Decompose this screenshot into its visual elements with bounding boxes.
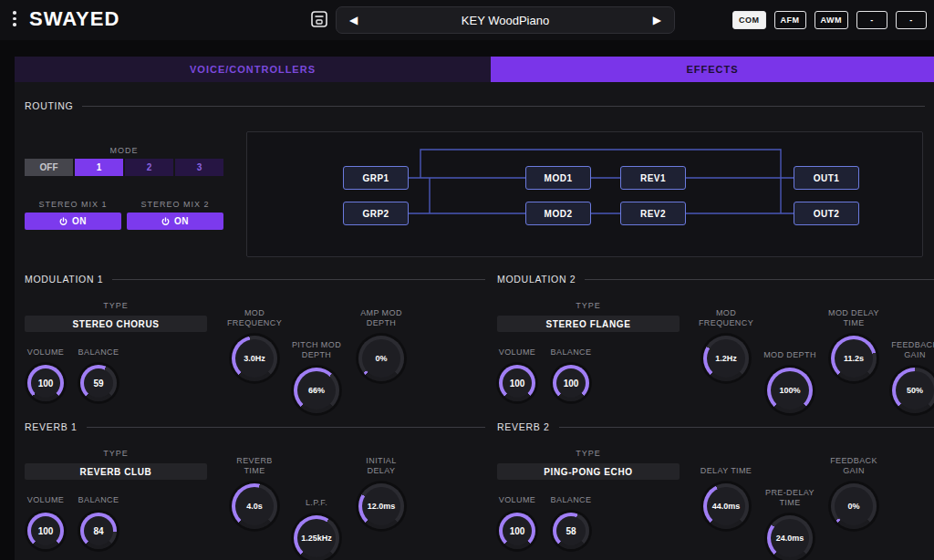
type-unit: TYPE REVERB CLUB bbox=[25, 449, 207, 480]
divider-line bbox=[82, 106, 925, 107]
tab-voice-controllers[interactable]: VOICE/CONTROLLERS bbox=[15, 57, 491, 82]
knob-value: 24.0ms bbox=[771, 519, 809, 557]
plugin-window: SWAYED ◀ KEY WoodPiano ▶ COM AFM AWM - -… bbox=[0, 0, 934, 560]
preset-bank-icon[interactable] bbox=[308, 8, 330, 34]
stereo-mix-2-label: STEREO MIX 2 bbox=[127, 200, 223, 209]
section-header: REVERB 1 bbox=[25, 421, 485, 432]
type-unit: TYPE STEREO CHORUS bbox=[25, 301, 207, 332]
knob-dial[interactable]: 100 bbox=[499, 513, 535, 549]
node-mod2[interactable]: MOD2 bbox=[525, 202, 591, 225]
node-grp1[interactable]: GRP1 bbox=[343, 166, 409, 190]
knob-value: 84 bbox=[84, 516, 113, 545]
menu-kebab-icon[interactable] bbox=[13, 11, 16, 26]
knob-initial-delay: INITIAL DELAY 12.0ms bbox=[343, 453, 420, 529]
section-header: REVERB 2 bbox=[497, 421, 934, 432]
knob-value: 44.0ms bbox=[707, 487, 745, 525]
knob-dial[interactable]: 59 bbox=[80, 365, 117, 401]
section-reverb-1: REVERB 1 TYPE REVERB CLUB VOLUME 100 BAL… bbox=[25, 421, 485, 560]
effect-type-select[interactable]: STEREO CHORUS bbox=[25, 316, 207, 332]
node-rev2[interactable]: REV2 bbox=[620, 202, 686, 225]
type-unit: TYPE PING-PONG ECHO bbox=[497, 449, 680, 480]
routing-section-header: ROUTING bbox=[25, 100, 925, 111]
knob-dial[interactable]: 4.0s bbox=[232, 483, 277, 529]
routing-title: ROUTING bbox=[25, 100, 73, 111]
button-slot-5[interactable]: - bbox=[896, 11, 927, 29]
knob-balance: BALANCE 84 bbox=[60, 482, 137, 549]
effect-type-select[interactable]: PING-PONG ECHO bbox=[497, 463, 680, 480]
mode-3-button[interactable]: 3 bbox=[175, 159, 223, 176]
knob-value: 4.0s bbox=[235, 487, 274, 525]
routing-wires bbox=[247, 132, 924, 258]
node-out2[interactable]: OUT2 bbox=[794, 202, 859, 225]
titlebar: SWAYED ◀ KEY WoodPiano ▶ COM AFM AWM - - bbox=[0, 0, 934, 40]
knob-dial[interactable]: 12.0ms bbox=[358, 483, 404, 529]
tab-effects[interactable]: EFFECTS bbox=[491, 57, 934, 82]
knob-feedback-gain: FEEDBACK GAIN 0% bbox=[815, 453, 892, 529]
effect-type-select[interactable]: REVERB CLUB bbox=[25, 463, 207, 480]
knob-value: 3.0Hz bbox=[235, 339, 274, 378]
knob-dial[interactable]: 66% bbox=[294, 368, 339, 413]
knob-dial[interactable]: 1.2Hz bbox=[703, 336, 749, 381]
knob-value: 58 bbox=[556, 516, 586, 545]
type-label: TYPE bbox=[497, 301, 680, 310]
section-header: MODULATION 1 bbox=[25, 274, 485, 285]
knob-value: 100 bbox=[556, 368, 586, 398]
knob-value: 66% bbox=[297, 371, 336, 410]
knob-dial[interactable]: 1.25kHz bbox=[294, 515, 339, 560]
knob-dial[interactable]: 0% bbox=[831, 483, 877, 529]
knob-dial[interactable]: 100 bbox=[27, 365, 64, 401]
knob-dial[interactable]: 58 bbox=[553, 513, 589, 549]
knob-value: 12.0ms bbox=[362, 487, 400, 525]
knob-value: 0% bbox=[362, 339, 400, 378]
knob-balance: BALANCE 58 bbox=[533, 482, 609, 549]
knob-value: 100 bbox=[503, 368, 532, 398]
knob-dial[interactable]: 100 bbox=[499, 365, 535, 401]
node-out1[interactable]: OUT1 bbox=[794, 166, 859, 190]
knob-value: 0% bbox=[835, 487, 873, 525]
knob-dial[interactable]: 24.0ms bbox=[767, 515, 813, 560]
mode-2-button[interactable]: 2 bbox=[125, 159, 173, 176]
preset-prev-button[interactable]: ◀ bbox=[348, 15, 359, 26]
node-grp2[interactable]: GRP2 bbox=[343, 202, 409, 225]
tab-bar: VOICE/CONTROLLERS EFFECTS bbox=[15, 57, 934, 82]
preset-selector[interactable]: ◀ KEY WoodPiano ▶ bbox=[336, 6, 675, 34]
preset-next-button[interactable]: ▶ bbox=[651, 15, 663, 26]
section-reverb-2: REVERB 2 TYPE PING-PONG ECHO VOLUME 100 … bbox=[497, 421, 934, 560]
button-slot-4[interactable]: - bbox=[856, 11, 887, 29]
node-rev1[interactable]: REV1 bbox=[620, 166, 686, 190]
knob-dial[interactable]: 0% bbox=[358, 336, 404, 381]
routing-mode-selector: OFF 1 2 3 bbox=[25, 159, 223, 176]
stereo-mix-2-toggle[interactable]: ON bbox=[127, 213, 223, 230]
mode-off-button[interactable]: OFF bbox=[25, 159, 73, 176]
knob-amp-mod-depth: AMP MOD DEPTH 0% bbox=[343, 306, 420, 381]
knob-value: 11.2s bbox=[835, 339, 873, 378]
button-com[interactable]: COM bbox=[732, 11, 766, 29]
knob-value: 1.25kHz bbox=[297, 519, 336, 557]
button-afm[interactable]: AFM bbox=[774, 11, 806, 29]
knob-dial[interactable]: 100 bbox=[553, 365, 589, 401]
effect-type-select[interactable]: STEREO FLANGE bbox=[497, 316, 680, 332]
mode-1-button[interactable]: 1 bbox=[75, 159, 123, 176]
knob-value: 100 bbox=[31, 516, 60, 545]
knob-dial[interactable]: 3.0Hz bbox=[232, 336, 277, 381]
knob-dial[interactable]: 100 bbox=[27, 513, 64, 549]
type-label: TYPE bbox=[25, 449, 207, 458]
knob-dial[interactable]: 44.0ms bbox=[703, 483, 749, 529]
knob-value: 100% bbox=[771, 371, 809, 410]
button-awm[interactable]: AWM bbox=[815, 11, 849, 29]
knob-value: 50% bbox=[896, 371, 934, 410]
stereo-mix-1-toggle[interactable]: ON bbox=[25, 213, 121, 230]
node-mod1[interactable]: MOD1 bbox=[525, 166, 591, 190]
type-unit: TYPE STEREO FLANGE bbox=[497, 301, 680, 332]
knob-dial[interactable]: 11.2s bbox=[831, 336, 877, 381]
knob-dial[interactable]: 50% bbox=[892, 368, 934, 413]
section-header: MODULATION 2 bbox=[497, 274, 934, 285]
knob-dial[interactable]: 84 bbox=[80, 513, 117, 549]
type-label: TYPE bbox=[497, 449, 680, 458]
routing-diagram: GRP1 GRP2 MOD1 MOD2 REV1 REV2 OUT1 OUT2 bbox=[246, 131, 923, 257]
knob-balance: BALANCE 100 bbox=[533, 335, 609, 401]
knob-dial[interactable]: 100% bbox=[767, 368, 813, 413]
section-title: REVERB 1 bbox=[25, 421, 78, 432]
app-title: SWAYED bbox=[29, 7, 119, 31]
stereo-mix-1-value: ON bbox=[72, 216, 87, 226]
